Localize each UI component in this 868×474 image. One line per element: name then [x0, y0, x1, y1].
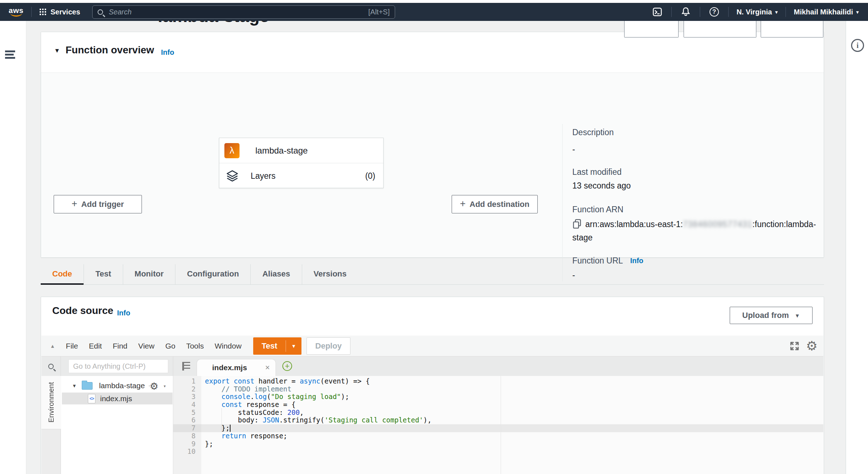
collapse-triangle-icon[interactable]: ▼: [54, 47, 60, 54]
menu-edit[interactable]: Edit: [89, 342, 102, 350]
nav-divider: [700, 7, 700, 17]
header-action-button-cutoff[interactable]: [761, 21, 823, 37]
code-line[interactable]: return response;: [201, 432, 823, 440]
tree-file-row-selected[interactable]: <> index.mjs: [62, 393, 173, 404]
function-node-name: lambda-stage: [255, 146, 308, 156]
menu-view[interactable]: View: [138, 342, 155, 350]
code-line[interactable]: };: [201, 424, 823, 432]
code-line[interactable]: body: JSON.stringify('Staging call compl…: [201, 416, 823, 424]
last-modified-value: 13 seconds ago: [572, 181, 631, 191]
tree-settings-gear-icon[interactable]: ⚙: [150, 381, 158, 392]
menu-go[interactable]: Go: [165, 342, 175, 350]
line-number: 10: [173, 448, 201, 456]
editor-tabstrip: index.mjs × +: [173, 356, 823, 376]
services-grid-icon: [40, 9, 46, 15]
line-number: 5: [173, 409, 201, 417]
tools-rail: i: [846, 21, 868, 474]
tab-configuration[interactable]: Configuration: [175, 264, 250, 285]
file-tree: ▼ lambda-stage - / ⚙ ▾ <> index.mjs: [61, 376, 173, 474]
add-destination-button[interactable]: + Add destination: [452, 195, 538, 213]
last-modified-label: Last modified: [572, 167, 622, 177]
print-margin-line: [501, 376, 501, 474]
layers-count: (0): [365, 171, 375, 181]
gutter: 12345678910: [173, 376, 201, 474]
line-number: 7: [173, 424, 201, 432]
menu-file[interactable]: File: [66, 342, 78, 350]
new-tab-icon[interactable]: +: [282, 361, 292, 371]
aws-logo[interactable]: aws: [9, 7, 23, 17]
function-url-info-link[interactable]: Info: [630, 257, 644, 265]
test-split-button[interactable]: Test ▼: [253, 337, 301, 355]
layers-row[interactable]: Layers (0): [219, 164, 383, 188]
code-source-info-link[interactable]: Info: [117, 309, 130, 317]
folder-icon: [82, 382, 93, 390]
function-arn-value: arn:aws:lambda:us-east-1:73846009577431:…: [572, 218, 816, 244]
function-node-card[interactable]: λ lambda-stage Layers (0): [219, 138, 384, 188]
chevron-down-icon: ▾: [164, 384, 166, 389]
code-line[interactable]: export const handler = async(event) => {: [201, 377, 823, 385]
environment-tab[interactable]: Environment: [41, 376, 61, 429]
collapse-editor-icon[interactable]: ▲: [50, 343, 55, 349]
description-label: Description: [572, 128, 614, 137]
tab-list-icon[interactable]: [182, 362, 190, 371]
nav-divider: [31, 7, 32, 17]
editor-settings-gear-icon[interactable]: ⚙: [806, 340, 818, 353]
chevron-down-icon: ▾: [856, 9, 859, 15]
side-nav-rail: [0, 21, 26, 474]
code-line[interactable]: statusCode: 200,: [201, 409, 823, 417]
menu-tools[interactable]: Tools: [186, 342, 204, 350]
code-line[interactable]: // TODO implement: [201, 385, 823, 393]
tab-monitor[interactable]: Monitor: [123, 264, 175, 285]
code-line[interactable]: };: [201, 440, 823, 448]
fullscreen-icon[interactable]: [789, 340, 800, 352]
line-number: 9: [173, 440, 201, 448]
services-menu-button[interactable]: Services: [40, 8, 80, 16]
tab-versions[interactable]: Versions: [302, 264, 358, 285]
chevron-down-icon: ▾: [775, 9, 778, 15]
account-menu[interactable]: Mikhail Mikhailidi ▾: [794, 8, 859, 16]
code-line[interactable]: const response = {: [201, 401, 823, 409]
search-input[interactable]: [108, 8, 368, 17]
test-dropdown-arrow[interactable]: ▼: [286, 337, 301, 355]
search-shortcut-hint: [Alt+S]: [368, 8, 390, 16]
editor-tab-index-mjs[interactable]: index.mjs ×: [197, 359, 276, 376]
tab-test[interactable]: Test: [84, 264, 123, 285]
global-search-box[interactable]: [Alt+S]: [92, 5, 395, 19]
region-selector[interactable]: N. Virginia ▾: [737, 8, 778, 16]
plus-icon: +: [72, 198, 77, 209]
goto-anything-input[interactable]: [68, 359, 168, 373]
layers-label: Layers: [251, 171, 276, 181]
hamburger-menu-icon[interactable]: [5, 50, 15, 59]
tree-search-cell[interactable]: [41, 356, 61, 376]
line-number: 2: [173, 385, 201, 393]
top-white-strip: [0, 0, 868, 3]
menu-window[interactable]: Window: [215, 342, 242, 350]
chevron-down-icon: ▼: [795, 313, 800, 319]
code-line[interactable]: [201, 448, 823, 456]
line-number: 8: [173, 432, 201, 440]
function-arn-label: Function ARN: [572, 205, 623, 214]
info-panel-icon[interactable]: i: [851, 39, 864, 52]
header-action-button-cutoff[interactable]: [684, 21, 756, 37]
copy-icon[interactable]: [572, 219, 582, 229]
header-action-button-cutoff[interactable]: [624, 21, 679, 37]
tab-aliases[interactable]: Aliases: [250, 264, 301, 285]
upload-from-button[interactable]: Upload from ▼: [730, 307, 813, 324]
help-icon[interactable]: ?: [708, 6, 720, 18]
tab-code[interactable]: Code: [41, 264, 84, 285]
code-lines[interactable]: export const handler = async(event) => {…: [201, 376, 823, 474]
search-icon: [98, 9, 103, 15]
plus-icon: +: [460, 198, 466, 209]
notifications-bell-icon[interactable]: [680, 6, 692, 18]
folder-expand-icon: ▼: [72, 383, 77, 389]
menu-find[interactable]: Find: [113, 342, 127, 350]
function-node-header: λ lambda-stage: [219, 138, 383, 163]
overview-info-link[interactable]: Info: [161, 48, 174, 57]
layers-icon: [225, 169, 240, 183]
code-line[interactable]: console.log("Do staging load");: [201, 393, 823, 401]
cloudshell-icon[interactable]: [651, 6, 663, 18]
deploy-button[interactable]: Deploy: [307, 337, 350, 355]
close-tab-icon[interactable]: ×: [265, 363, 270, 372]
add-trigger-button[interactable]: + Add trigger: [54, 195, 142, 213]
tree-folder-row[interactable]: ▼ lambda-stage - / ⚙ ▾: [61, 380, 173, 391]
